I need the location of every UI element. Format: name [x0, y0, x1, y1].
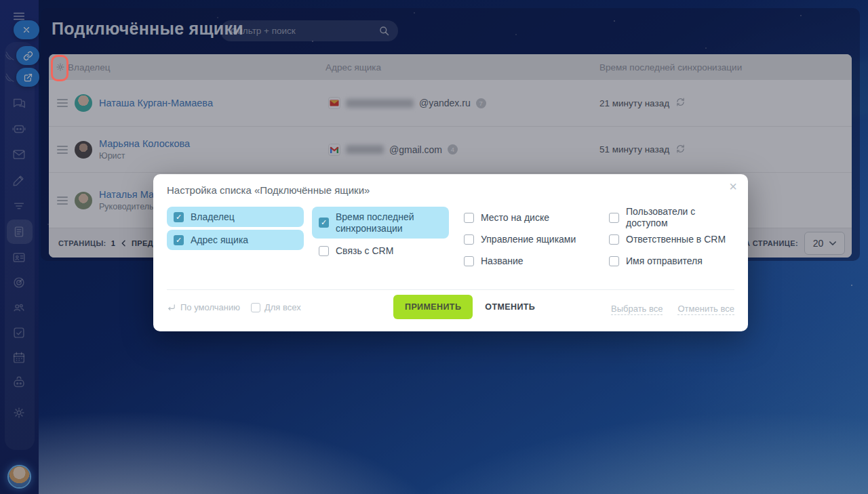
- checkbox[interactable]: [609, 256, 619, 266]
- deselect-all-link[interactable]: Отменить все: [677, 304, 734, 315]
- column-option-sync-time[interactable]: Время последней синхронизации: [312, 207, 449, 239]
- modal-title: Настройка списка «Подключённые ящики»: [167, 184, 370, 196]
- checkbox[interactable]: [464, 256, 474, 266]
- checkbox[interactable]: [609, 213, 619, 223]
- reset-default-button[interactable]: По умолчанию: [167, 302, 240, 312]
- checkbox[interactable]: [464, 234, 474, 245]
- return-arrow-icon: [167, 303, 176, 312]
- checkbox[interactable]: [174, 235, 184, 245]
- close-icon[interactable]: ×: [729, 180, 737, 193]
- checkbox[interactable]: [609, 234, 619, 245]
- checkbox[interactable]: [251, 303, 260, 312]
- column-option-owner[interactable]: Владелец: [167, 207, 304, 227]
- column-option-disk-space[interactable]: Место на диске: [457, 212, 594, 223]
- apply-button[interactable]: ПРИМЕНИТЬ: [393, 295, 473, 319]
- select-all-link[interactable]: Выбрать все: [611, 304, 663, 315]
- column-option-users-with-access[interactable]: Пользователи с доступом: [602, 212, 739, 223]
- column-option-crm-link[interactable]: Связь с CRM: [312, 245, 449, 256]
- column-option-mailbox-management[interactable]: Управление ящиками: [457, 234, 594, 245]
- cancel-button[interactable]: ОТМЕНИТЬ: [485, 302, 535, 312]
- checkbox[interactable]: [319, 218, 329, 228]
- column-option-sender-name[interactable]: Имя отправителя: [602, 255, 739, 266]
- modal-divider: [167, 289, 734, 290]
- column-option-crm-responsible[interactable]: Ответственные в CRM: [602, 234, 739, 245]
- column-option-name[interactable]: Название: [457, 255, 594, 266]
- list-settings-modal: Настройка списка «Подключённые ящики» × …: [153, 174, 748, 331]
- checkbox[interactable]: [174, 212, 184, 222]
- column-option-address[interactable]: Адрес ящика: [167, 230, 304, 250]
- checkbox[interactable]: [464, 213, 474, 223]
- for-all-option[interactable]: Для всех: [251, 302, 301, 312]
- checkbox[interactable]: [319, 246, 329, 256]
